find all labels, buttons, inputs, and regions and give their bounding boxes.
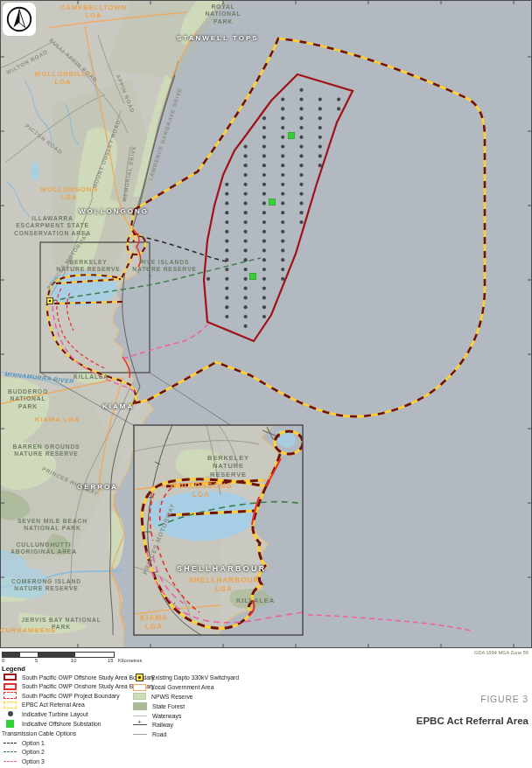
legend-title: Legend bbox=[2, 665, 25, 673]
legend-swatch-green-square bbox=[6, 720, 14, 728]
legend-item: Indicative Turbine Layout bbox=[2, 710, 130, 717]
legend-swatch-fill-forest bbox=[133, 702, 147, 710]
scale-tick-label: 10 bbox=[71, 658, 76, 663]
legend-swatch-line-water bbox=[133, 716, 147, 716]
offshore-substation-marker bbox=[250, 274, 256, 280]
datum-note: GDA 1994 MGA Zone 56 bbox=[474, 650, 528, 655]
legend-item-label: Transmission Cable Options bbox=[2, 730, 76, 737]
figure-caption: FIGURE 3 EPBC Act Referral Area bbox=[318, 694, 528, 726]
legend-swatch-outline-darkred bbox=[4, 674, 17, 681]
figure-number: FIGURE 3 bbox=[318, 694, 528, 704]
north-arrow-icon bbox=[3, 3, 36, 36]
legend-item-label: Existing Dapto 330kV Switchyard bbox=[151, 674, 239, 681]
legend-swatch-outline-red bbox=[4, 683, 17, 690]
scale-unit-label: Kilometres bbox=[118, 658, 142, 663]
legend-swatch-dash-green bbox=[4, 751, 17, 752]
map-artwork bbox=[0, 0, 532, 648]
legend-item-label: Road bbox=[152, 731, 166, 737]
offshore-substation-marker bbox=[270, 199, 276, 206]
legend-swatch-dash-red bbox=[4, 692, 17, 699]
legend-item: Waterways bbox=[131, 712, 306, 719]
legend-item-label: NPWS Reserve bbox=[151, 694, 193, 700]
inset-map bbox=[134, 425, 303, 635]
legend-item-label: State Forest bbox=[152, 703, 185, 709]
legend-swatch-switchyard bbox=[136, 674, 144, 681]
scale-bar-labels: Kilometres 051015 bbox=[2, 658, 194, 666]
scale-bar bbox=[2, 652, 115, 658]
legend-item-label: Indicative Turbine Layout bbox=[22, 711, 88, 717]
legend-item-label: Option 2 bbox=[22, 749, 45, 755]
legend-item: Road bbox=[131, 731, 306, 738]
legend-item: Option 3 bbox=[2, 758, 130, 765]
figure-3-map-sheet: CAMPBELLTOWN LGAROYAL NATIONAL PARKSTANW… bbox=[0, 0, 532, 768]
scale-tick-label: 0 bbox=[2, 658, 4, 663]
scale-tick-label: 15 bbox=[108, 658, 113, 663]
legend-item: Option 1 bbox=[2, 739, 130, 746]
legend-column-right: Existing Dapto 330kV SwitchyardLocal Gov… bbox=[131, 674, 306, 740]
legend-item-label: Local Government Area bbox=[151, 684, 214, 690]
offshore-substation-marker bbox=[289, 133, 295, 139]
legend-swatch-outline-orange bbox=[133, 684, 146, 691]
legend-column-left: South Pacific OWP Offshore Study Area Bo… bbox=[2, 674, 130, 767]
legend-swatch-dash-black bbox=[4, 743, 17, 744]
legend-item-label: Waterways bbox=[152, 713, 181, 719]
legend-item: South Pacific OWP Project Boundary bbox=[2, 692, 130, 699]
legend-item-label: Option 1 bbox=[22, 740, 45, 746]
legend-swatch-dash-pink bbox=[4, 761, 17, 762]
legend-swatch-dash-yellow bbox=[4, 702, 17, 709]
legend-item: EPBC Act Referral Area bbox=[2, 702, 130, 709]
legend-swatch-line-road bbox=[133, 734, 147, 735]
legend-item: +Railway bbox=[131, 722, 306, 729]
map-canvas: CAMPBELLTOWN LGAROYAL NATIONAL PARKSTANW… bbox=[0, 0, 532, 648]
legend-item: Local Government Area bbox=[131, 684, 306, 691]
legend-item: State Forest bbox=[131, 702, 306, 710]
legend-item: South Pacific OWP Offshore Study Area Bo… bbox=[2, 674, 130, 681]
legend-item: Indicative Offshore Substation bbox=[2, 720, 130, 728]
scale-tick-label: 5 bbox=[35, 658, 38, 663]
map-footer: Kilometres 051015 Legend South Pacific O… bbox=[0, 648, 532, 768]
legend-item-label: Option 3 bbox=[22, 758, 45, 765]
figure-title: EPBC Act Referral Area bbox=[318, 716, 528, 726]
legend-item-label: Indicative Offshore Substation bbox=[22, 721, 102, 727]
legend-item: Existing Dapto 330kV Switchyard bbox=[131, 674, 306, 681]
legend-item-label: Railway bbox=[152, 722, 173, 728]
legend-item: Transmission Cable Options bbox=[2, 730, 130, 737]
legend-item: Option 2 bbox=[2, 749, 130, 756]
legend-swatch-line-railway: + bbox=[133, 724, 147, 725]
legend-item: NPWS Reserve bbox=[131, 693, 306, 700]
legend-swatch-turbine-dot bbox=[4, 710, 17, 717]
legend-item-label: South Pacific OWP Project Boundary bbox=[22, 693, 120, 699]
legend-item-label: EPBC Act Referral Area bbox=[22, 702, 85, 708]
legend-item: South Pacific OWP Onshore Study Area Bou… bbox=[2, 683, 130, 690]
legend-swatch-fill-npws bbox=[133, 693, 146, 700]
